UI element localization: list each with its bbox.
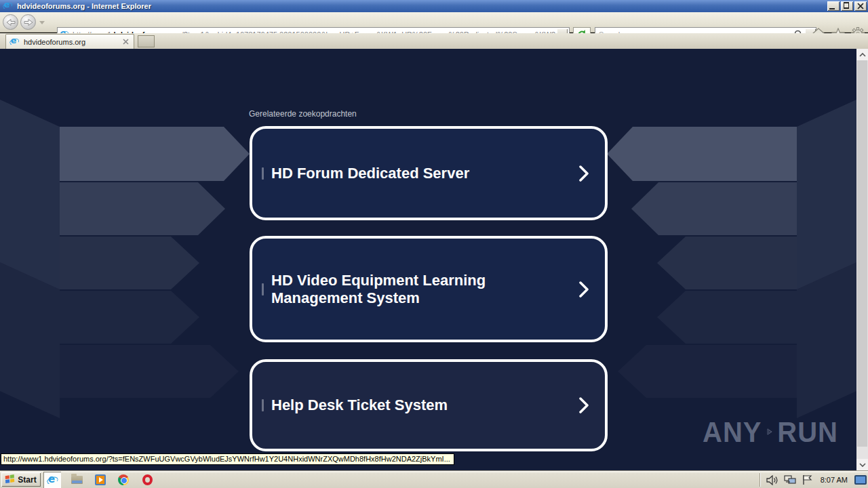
start-button[interactable]: Start: [1, 472, 41, 487]
forward-arrow-icon: [24, 18, 33, 26]
window-controls: [827, 1, 867, 11]
watermark-run-text: RUN: [777, 415, 838, 447]
minimize-icon: [829, 8, 835, 9]
volume-icon[interactable]: [766, 475, 778, 485]
media-player-icon: [95, 474, 106, 485]
windows-logo-icon: [5, 474, 16, 485]
tab-label: hdvideoforums.org: [24, 38, 121, 46]
card-title: Help Desk Ticket System: [252, 396, 522, 414]
flag-icon[interactable]: [802, 474, 814, 485]
chrome-icon: [118, 474, 129, 485]
tab-close-button[interactable]: [121, 37, 130, 46]
close-button[interactable]: [854, 1, 867, 11]
quick-launch-opera[interactable]: [138, 472, 156, 488]
system-tray: 8:07 AM: [754, 472, 867, 488]
card-title: HD Video Equipment Learning Management S…: [252, 272, 605, 307]
quick-launch-chrome[interactable]: [115, 472, 132, 488]
monitor-tray-icon[interactable]: [854, 475, 867, 485]
tray-divider: [760, 473, 761, 487]
minimize-button[interactable]: [827, 1, 840, 11]
chevron-right-icon: [579, 165, 589, 182]
internet-explorer-window: hdvideoforums.org - Internet Explorer: [0, 0, 868, 488]
restore-button[interactable]: [841, 1, 853, 11]
back-arrow-icon: [6, 18, 16, 26]
watermark-any-text: ANY: [703, 415, 762, 447]
related-search-card[interactable]: Help Desk Ticket System: [250, 359, 608, 451]
history-dropdown-button[interactable]: [39, 21, 45, 24]
title-bar: hdvideoforums.org - Internet Explorer: [0, 0, 868, 12]
internet-explorer-icon: [47, 474, 58, 485]
start-label: Start: [18, 475, 36, 485]
anyrun-logo-icon: [766, 414, 773, 449]
chevron-right-icon: [579, 281, 589, 298]
navigation-toolbar: http://www1.hdvideoforums.org/?tm=1&subi…: [0, 12, 868, 33]
related-search-card[interactable]: HD Video Equipment Learning Management S…: [250, 236, 608, 342]
restore-icon: [844, 3, 849, 8]
quick-launch-internet-explorer[interactable]: [43, 472, 61, 488]
chevron-up-icon: [859, 53, 866, 57]
vertical-scrollbar[interactable]: [856, 49, 868, 470]
new-tab-button[interactable]: [138, 35, 155, 47]
card-title: HD Forum Dedicated Server: [252, 165, 544, 182]
window-title: hdvideoforums.org - Internet Explorer: [17, 2, 151, 10]
anyrun-watermark: ANY RUN: [703, 412, 838, 451]
tab-favicon-icon: [9, 37, 19, 46]
scroll-down-button[interactable]: [856, 459, 868, 470]
page-viewport: Gerelateerde zoekopdrachten HD Forum Ded…: [0, 49, 868, 470]
card-tick-mark: [262, 283, 264, 296]
status-url-tooltip: http://www1.hdvideoforums.org/?ts=fENsZW…: [1, 453, 454, 465]
taskbar: Start: [0, 470, 868, 488]
scrollbar-thumb[interactable]: [857, 60, 867, 447]
taskbar-clock[interactable]: 8:07 AM: [819, 476, 849, 484]
quick-launch-file-explorer[interactable]: [68, 472, 85, 488]
ie-logo-icon: [3, 1, 12, 10]
network-icon[interactable]: [784, 474, 796, 485]
chevron-right-icon: [579, 397, 589, 413]
opera-icon: [142, 474, 153, 485]
close-icon: [854, 1, 867, 11]
chevron-down-icon: [859, 463, 866, 467]
tab-hdvideoforums[interactable]: hdvideoforums.org: [5, 34, 134, 49]
card-tick-mark: [262, 167, 264, 180]
close-icon: [123, 39, 129, 45]
back-button[interactable]: [3, 14, 18, 30]
folder-icon: [71, 476, 83, 484]
forward-button[interactable]: [20, 14, 36, 30]
card-tick-mark: [262, 399, 264, 411]
related-searches-label: Gerelateerde zoekopdrachten: [249, 109, 357, 119]
tab-bar: hdvideoforums.org: [0, 33, 868, 49]
quick-launch-media-player[interactable]: [92, 472, 109, 488]
scroll-up-button[interactable]: [856, 49, 868, 60]
related-search-card[interactable]: HD Forum Dedicated Server: [250, 126, 608, 220]
